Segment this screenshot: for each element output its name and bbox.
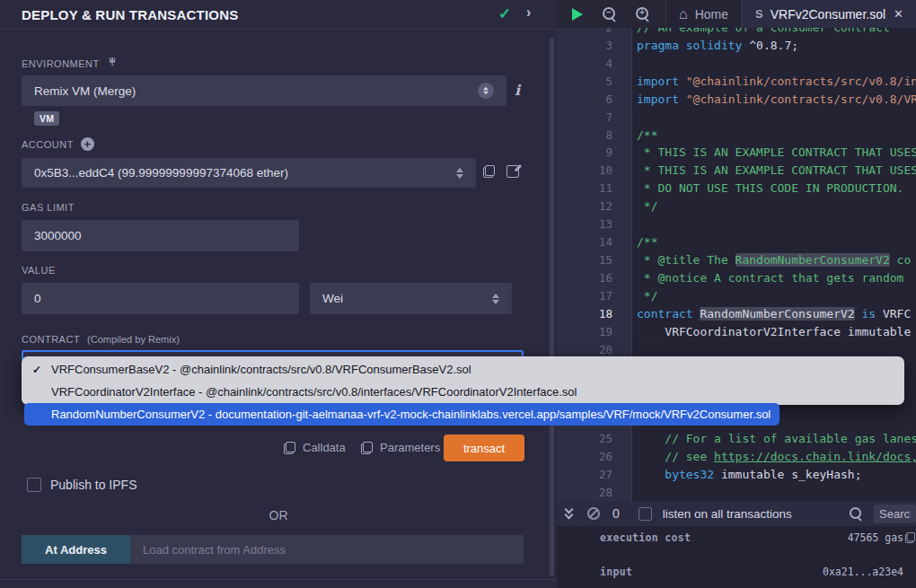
expand-terminal-icon[interactable] bbox=[565, 507, 574, 520]
panel-scrollbar[interactable] bbox=[550, 38, 554, 576]
add-account-icon[interactable]: + bbox=[81, 137, 94, 151]
line-number: 19 bbox=[557, 323, 632, 341]
value-unit-select[interactable]: Wei bbox=[310, 283, 512, 314]
account-select[interactable]: 0x5B3...eddC4 (99.99999999997374068 ethe… bbox=[22, 158, 476, 188]
account-value: 0x5B3...eddC4 (99.99999999997374068 ethe… bbox=[34, 166, 456, 180]
line-content: * @notice A contract that gets random bbox=[632, 269, 916, 287]
line-content: * DO NOT USE THIS CODE IN PRODUCTION. bbox=[632, 180, 916, 197]
or-separator: OR bbox=[0, 508, 557, 522]
contract-option[interactable]: RandomNumberConsumerV2 - documentation-g… bbox=[24, 403, 779, 426]
line-number: 16 bbox=[557, 269, 632, 287]
search-icon bbox=[850, 507, 862, 520]
line-number: 2 bbox=[557, 28, 632, 37]
gas-limit-label: GAS LIMIT bbox=[22, 202, 75, 213]
publish-ipfs-checkbox[interactable] bbox=[27, 478, 41, 492]
line-content bbox=[632, 215, 916, 233]
plug-icon bbox=[107, 56, 119, 72]
code-line: 11 * DO NOT USE THIS CODE IN PRODUCTION. bbox=[557, 180, 916, 197]
parameters-action[interactable]: Parameters bbox=[361, 441, 440, 454]
select-arrows-icon bbox=[492, 294, 499, 304]
contract-dropdown-list: ✓VRFConsumerBaseV2 - @chainlink/contract… bbox=[22, 356, 904, 405]
calldata-label: Calldata bbox=[303, 441, 346, 454]
zoom-in-icon[interactable]: + bbox=[636, 7, 649, 21]
contract-sublabel: (Compiled by Remix) bbox=[87, 334, 180, 345]
terminal-search-input[interactable] bbox=[874, 505, 916, 523]
code-line: 19 VRFCoordinatorV2Interface immutable bbox=[557, 323, 916, 341]
contract-option[interactable]: ✓VRFConsumerBaseV2 - @chainlink/contract… bbox=[22, 358, 904, 381]
line-number: 10 bbox=[557, 162, 632, 180]
code-lines: 2// An example of a consumer contract3pr… bbox=[557, 28, 916, 501]
line-number: 12 bbox=[557, 197, 632, 215]
environment-info-icon[interactable]: i bbox=[515, 82, 520, 99]
copy-account-icon[interactable] bbox=[483, 165, 495, 178]
line-content: /** bbox=[632, 233, 916, 251]
terminal-output: execution cost47565 gasinput0xa21...a23e… bbox=[557, 526, 916, 588]
code-line: 14/** bbox=[557, 233, 916, 251]
code-line: 28 bbox=[557, 484, 916, 501]
line-content bbox=[632, 484, 916, 501]
line-content: import "@chainlink/contracts/src/v0.8/VR bbox=[632, 91, 916, 109]
line-content bbox=[632, 109, 916, 127]
tab-home[interactable]: ⌂ Home bbox=[665, 0, 742, 28]
line-number: 14 bbox=[557, 233, 632, 251]
deploy-run-panel: DEPLOY & RUN TRANSACTIONS ✓ › ENVIRONMEN… bbox=[0, 0, 557, 588]
line-number: 25 bbox=[557, 430, 632, 448]
account-label-row: ACCOUNT + bbox=[22, 137, 94, 151]
parameters-label: Parameters bbox=[380, 441, 440, 454]
close-tab-icon[interactable]: ✕ bbox=[894, 7, 903, 21]
edit-account-icon[interactable] bbox=[506, 165, 519, 178]
line-content: * @title The RandomNumberConsumerV2 co bbox=[632, 251, 916, 269]
line-number: 17 bbox=[557, 287, 632, 305]
environment-select[interactable]: Remix VM (Merge) bbox=[22, 75, 506, 106]
code-editor[interactable]: 2// An example of a consumer contract3pr… bbox=[557, 28, 916, 501]
tab-active-label: VRFv2Consumer.sol bbox=[771, 7, 885, 22]
code-line: 13 bbox=[557, 215, 916, 233]
line-content: */ bbox=[632, 197, 916, 215]
value-label-row: VALUE bbox=[22, 265, 56, 276]
copy-parameters-icon[interactable] bbox=[361, 442, 373, 454]
solidity-file-icon: S bbox=[755, 7, 763, 21]
value-input[interactable] bbox=[22, 283, 299, 314]
selected-check-icon: ✓ bbox=[32, 364, 45, 376]
value-label: VALUE bbox=[22, 265, 56, 276]
tab-vrfv2consumer[interactable]: S VRFv2Consumer.sol ✕ bbox=[742, 0, 916, 28]
copy-value-icon[interactable] bbox=[905, 532, 915, 543]
line-number: 28 bbox=[557, 484, 632, 501]
line-number: 9 bbox=[557, 144, 632, 162]
terminal-row: input0xa21...a23e4 bbox=[557, 560, 916, 588]
clear-console-icon[interactable] bbox=[587, 507, 600, 520]
compile-success-check-icon: ✓ bbox=[498, 4, 511, 23]
line-content: contract RandomNumberConsumerV2 is VRFC bbox=[632, 305, 916, 323]
line-number: 5 bbox=[557, 73, 632, 91]
at-address-button[interactable]: At Address bbox=[22, 535, 130, 564]
zoom-out-icon[interactable]: − bbox=[603, 7, 616, 21]
line-number: 18 bbox=[557, 305, 632, 323]
line-number: 26 bbox=[557, 448, 632, 466]
gas-limit-input[interactable] bbox=[22, 220, 299, 251]
line-content: // see https://docs.chain.link/docs, bbox=[632, 448, 916, 466]
contract-option-label: VRFConsumerBaseV2 - @chainlink/contracts… bbox=[51, 363, 471, 376]
line-content: bytes32 immutable s_keyHash; bbox=[632, 466, 916, 484]
editor-tabbar: − + ⌂ Home S VRFv2Consumer.sol ✕ bbox=[557, 0, 916, 28]
line-content: /** bbox=[632, 127, 916, 145]
code-line: 2// An example of a consumer contract bbox=[557, 28, 916, 37]
contract-option-label: VRFCoordinatorV2Interface - @chainlink/c… bbox=[51, 385, 577, 399]
listen-all-transactions-checkbox[interactable] bbox=[639, 507, 652, 521]
copy-calldata-icon[interactable] bbox=[284, 442, 295, 454]
account-label: ACCOUNT bbox=[22, 139, 74, 150]
code-line: 6import "@chainlink/contracts/src/v0.8/V… bbox=[557, 91, 916, 109]
terminal-row-value: 47565 gas bbox=[848, 531, 903, 544]
transact-button[interactable]: transact bbox=[444, 434, 524, 461]
panel-header: DEPLOY & RUN TRANSACTIONS ✓ › bbox=[0, 0, 557, 30]
contract-option[interactable]: VRFCoordinatorV2Interface - @chainlink/c… bbox=[22, 381, 904, 403]
code-line: 18contract RandomNumberConsumerV2 is VRF… bbox=[557, 305, 916, 323]
contract-label-row: CONTRACT (Compiled by Remix) bbox=[22, 334, 180, 345]
calldata-action[interactable]: Calldata bbox=[284, 441, 346, 454]
publish-ipfs-label: Publish to IPFS bbox=[50, 478, 137, 492]
panel-expand-chevron-icon[interactable]: › bbox=[526, 4, 531, 21]
run-script-icon[interactable] bbox=[572, 8, 583, 21]
gas-limit-label-row: GAS LIMIT bbox=[22, 202, 75, 213]
line-number: 8 bbox=[557, 127, 632, 145]
at-address-input[interactable] bbox=[130, 535, 524, 564]
contract-option-label: RandomNumberConsumerV2 - documentation-g… bbox=[51, 408, 771, 421]
